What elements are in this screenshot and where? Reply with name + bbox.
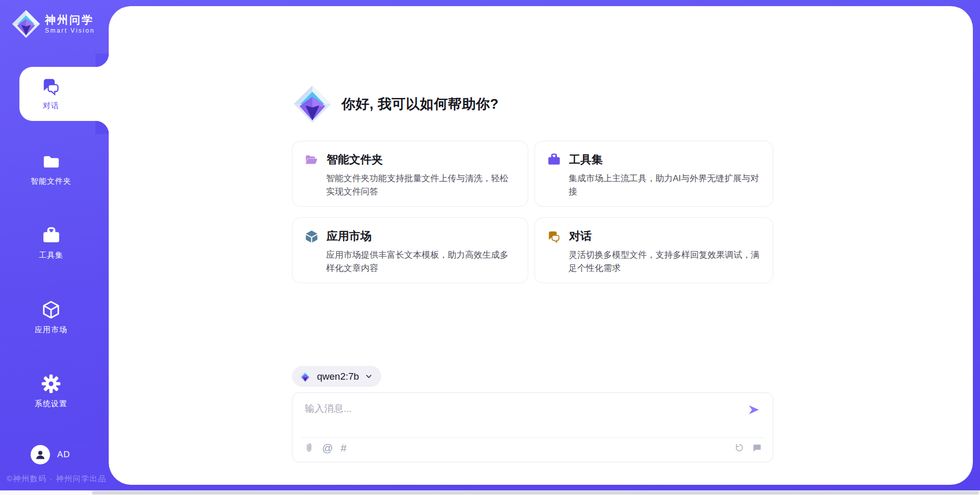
diamond-logo-icon bbox=[292, 84, 332, 124]
app-name: 神州问学 bbox=[45, 14, 95, 26]
greeting-title: 你好, 我可以如何帮助你? bbox=[341, 95, 499, 113]
send-icon[interactable] bbox=[747, 403, 761, 416]
history-icon[interactable] bbox=[734, 442, 745, 453]
chat-icon bbox=[41, 77, 61, 96]
sidebar-footer-text: ©神州数码 · 神州问学出品 bbox=[7, 474, 106, 484]
cube-grid-icon bbox=[305, 230, 318, 243]
model-name: qwen2:7b bbox=[317, 371, 359, 382]
card-description: 集成市场上主流工具，助力AI与外界无缝扩展与对接 bbox=[569, 172, 761, 198]
cube-icon bbox=[41, 300, 61, 320]
folder-icon bbox=[42, 153, 61, 171]
card-description: 智能文件夹功能支持批量文件上传与清洗，轻松实现文件问答 bbox=[326, 172, 516, 198]
card-chat[interactable]: 对话 灵活切换多模型文件，支持多样回复效果调试，满足个性化需求 bbox=[534, 217, 773, 283]
horizontal-scrollbar bbox=[0, 490, 980, 495]
app-subtitle: Smart Vision bbox=[45, 27, 95, 34]
sidebar-item-app-market[interactable]: 应用市场 bbox=[0, 300, 102, 335]
message-input[interactable] bbox=[304, 401, 745, 435]
sidebar-item-label: 智能文件夹 bbox=[31, 177, 71, 186]
sidebar-item-label: 系统设置 bbox=[35, 399, 67, 409]
sidebar-item-label: 对话 bbox=[43, 101, 59, 111]
sidebar-item-toolset[interactable]: 工具集 bbox=[0, 227, 102, 260]
scrollbar-thumb[interactable] bbox=[92, 491, 979, 494]
message-composer: @ # bbox=[292, 392, 773, 462]
card-title: 对话 bbox=[569, 229, 592, 244]
composer-divider bbox=[301, 437, 765, 438]
chevron-down-icon bbox=[364, 372, 373, 381]
card-title: 智能文件夹 bbox=[327, 152, 383, 167]
card-title: 应用市场 bbox=[327, 229, 372, 244]
model-selector[interactable]: qwen2:7b bbox=[292, 366, 381, 387]
briefcase-icon bbox=[547, 153, 561, 167]
card-smart-folder[interactable]: 智能文件夹 智能文件夹功能支持批量文件上传与清洗，轻松实现文件问答 bbox=[292, 141, 528, 207]
card-title: 工具集 bbox=[569, 152, 603, 167]
gear-icon bbox=[41, 374, 61, 394]
comment-icon[interactable] bbox=[752, 443, 762, 453]
sidebar-item-label: 工具集 bbox=[39, 251, 63, 260]
greeting-block: 你好, 我可以如何帮助你? bbox=[292, 83, 499, 125]
sidebar-item-smart-folder[interactable]: 智能文件夹 bbox=[0, 153, 102, 186]
folder-open-icon bbox=[305, 153, 318, 167]
app-window: 神州问学 Smart Vision 对话 智能文件夹 bbox=[0, 0, 980, 495]
at-icon[interactable]: @ bbox=[322, 442, 333, 453]
avatar bbox=[31, 445, 50, 464]
card-toolset[interactable]: 工具集 集成市场上主流工具，助力AI与外界无缝扩展与对接 bbox=[534, 141, 773, 207]
sidebar-item-label: 应用市场 bbox=[35, 325, 67, 335]
card-app-market[interactable]: 应用市场 应用市场提供丰富长文本模板，助力高效生成多样化文章内容 bbox=[292, 217, 528, 283]
user-account[interactable]: AD bbox=[31, 445, 70, 464]
diamond-logo-icon bbox=[11, 9, 41, 39]
sidebar-item-chat[interactable]: 对话 bbox=[0, 77, 102, 111]
hash-icon[interactable]: # bbox=[340, 442, 347, 453]
user-initials: AD bbox=[57, 450, 70, 460]
diamond-logo-icon bbox=[299, 370, 311, 383]
feature-cards: 智能文件夹 智能文件夹功能支持批量文件上传与清洗，轻松实现文件问答 工具集 集成… bbox=[292, 141, 773, 283]
chat-icon bbox=[547, 230, 561, 243]
sidebar-item-settings[interactable]: 系统设置 bbox=[0, 374, 102, 409]
card-description: 灵活切换多模型文件，支持多样回复效果调试，满足个性化需求 bbox=[569, 249, 761, 275]
paperclip-icon[interactable] bbox=[304, 442, 314, 453]
briefcase-icon bbox=[42, 227, 61, 245]
card-description: 应用市场提供丰富长文本模板，助力高效生成多样化文章内容 bbox=[326, 249, 516, 275]
app-logo: 神州问学 Smart Vision bbox=[11, 9, 95, 39]
